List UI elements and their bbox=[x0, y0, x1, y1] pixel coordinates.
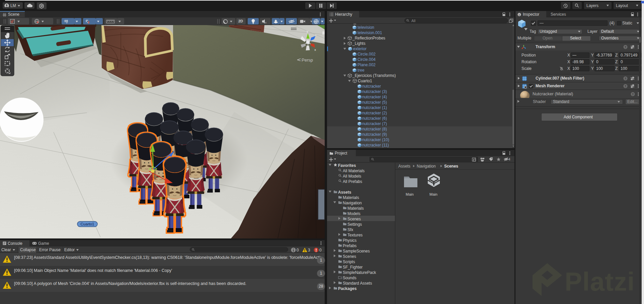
svg-text:?: ? bbox=[625, 85, 627, 88]
svg-text:?: ? bbox=[632, 93, 634, 96]
svg-text:x: x bbox=[314, 48, 316, 52]
svg-text:Platzi: Platzi bbox=[565, 267, 635, 296]
svg-text:z: z bbox=[315, 33, 317, 36]
svg-text:?: ? bbox=[625, 77, 627, 80]
svg-text:Y: Y bbox=[66, 21, 68, 24]
svg-text:Persp: Persp bbox=[302, 58, 313, 63]
svg-text:Cuarto1: Cuarto1 bbox=[81, 222, 94, 226]
svg-text:x: x bbox=[265, 21, 266, 24]
svg-text:y: y bbox=[307, 29, 308, 33]
svg-text:4: 4 bbox=[508, 158, 510, 161]
svg-text:?: ? bbox=[625, 45, 627, 49]
